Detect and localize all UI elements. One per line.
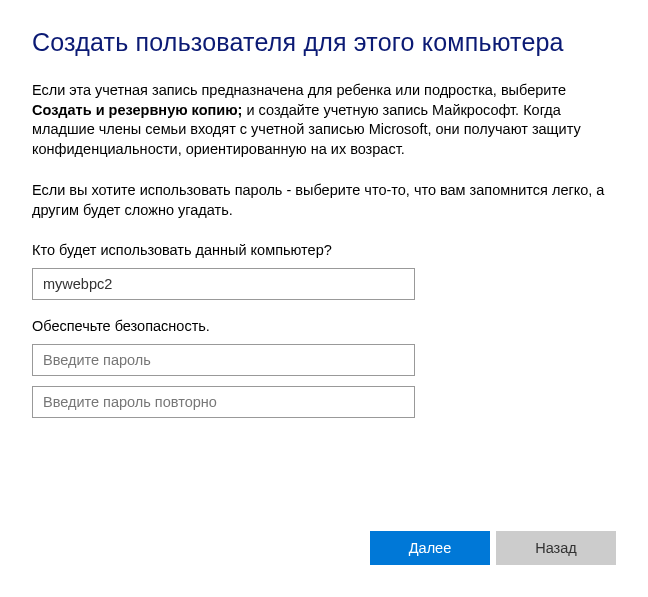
username-label: Кто будет использовать данный компьютер? xyxy=(32,242,616,258)
button-row: Далее Назад xyxy=(370,531,616,565)
password-input[interactable] xyxy=(32,344,415,376)
security-label: Обеспечьте безопасность. xyxy=(32,318,616,334)
back-button[interactable]: Назад xyxy=(496,531,616,565)
username-input[interactable] xyxy=(32,268,415,300)
password-confirm-input[interactable] xyxy=(32,386,415,418)
description-bold: Создать и резервную копию; xyxy=(32,102,242,118)
page-title: Создать пользователя для этого компьютер… xyxy=(32,28,616,57)
description-part1: Если эта учетная запись предназначена дл… xyxy=(32,82,566,98)
password-hint-text: Если вы хотите использовать пароль - выб… xyxy=(32,181,616,220)
next-button[interactable]: Далее xyxy=(370,531,490,565)
account-description: Если эта учетная запись предназначена дл… xyxy=(32,81,616,159)
